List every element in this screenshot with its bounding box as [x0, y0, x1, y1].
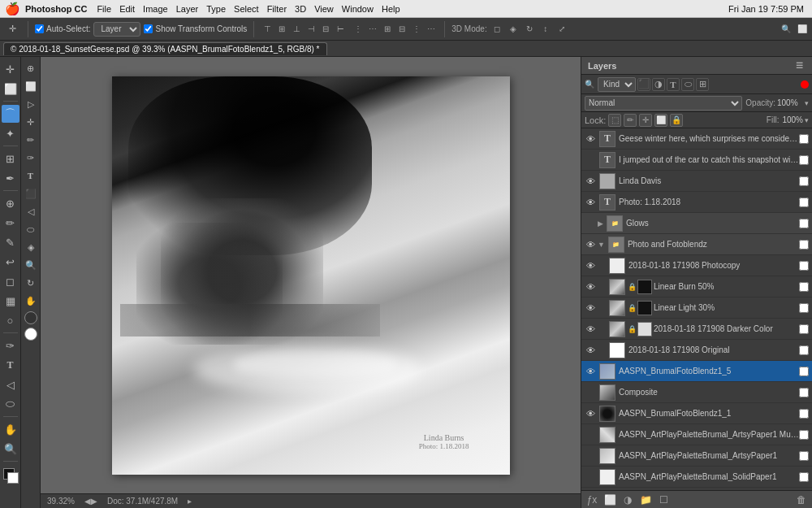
- healing-tool[interactable]: ⊕: [2, 194, 19, 212]
- type-tool[interactable]: T: [2, 356, 19, 374]
- align-bottom-edges[interactable]: ⊥: [290, 23, 303, 36]
- clone-tool[interactable]: ✎: [2, 233, 19, 251]
- layers-list[interactable]: 👁TGeese winter here, which surprises me …: [581, 128, 812, 490]
- zoom-tool[interactable]: 🔍: [2, 440, 19, 458]
- menu-window[interactable]: Window: [342, 4, 374, 14]
- hand-tool[interactable]: ✋: [2, 420, 19, 438]
- layer-row[interactable]: Composite: [581, 382, 812, 403]
- document-tab[interactable]: © 2018-01-18_SunsetGeese.psd @ 39.3% (AA…: [3, 42, 327, 55]
- brush-tool[interactable]: ✏: [2, 214, 19, 232]
- 3d-mode-btn4[interactable]: ↕: [539, 23, 552, 36]
- filter-kind-dropdown[interactable]: Kind: [598, 77, 636, 92]
- group-expand-arrow[interactable]: ▶: [598, 219, 603, 228]
- autoselect-dropdown[interactable]: Layer Group: [93, 22, 140, 37]
- distribute-top[interactable]: ⋮: [352, 23, 365, 36]
- layer-row[interactable]: AASPN_ArtPlayPaletteBrumal_SolidPaper1: [581, 467, 812, 488]
- filter-type-icon[interactable]: T: [667, 78, 680, 91]
- layer-select-checkbox[interactable]: [799, 282, 809, 292]
- subtool-shape[interactable]: ⬭: [23, 221, 39, 237]
- menu-layer[interactable]: Layer: [176, 4, 199, 14]
- canvas-scroll[interactable]: Linda Burns Photo: 1.18.2018: [41, 57, 581, 493]
- layer-visibility-toggle[interactable]: 👁: [583, 174, 598, 189]
- menu-filter[interactable]: Filter: [267, 4, 287, 14]
- menu-file[interactable]: File: [97, 4, 111, 14]
- layer-row[interactable]: 👁AASPN_BrumalFotoBlendz1_5: [581, 361, 812, 382]
- color-swatches[interactable]: [2, 467, 19, 484]
- layer-select-checkbox[interactable]: [799, 324, 809, 334]
- distribute-vertical[interactable]: ⊞: [381, 23, 394, 36]
- new-layer-btn[interactable]: ☐: [656, 493, 671, 507]
- layer-select-checkbox[interactable]: [799, 451, 809, 461]
- gradient-tool[interactable]: ▦: [2, 292, 19, 310]
- subtool-hand[interactable]: ✋: [23, 293, 39, 309]
- layer-row[interactable]: 👁AASPN_BrumalFotoBlendz1_1: [581, 403, 812, 424]
- new-fill-layer-btn[interactable]: ◑: [620, 493, 635, 507]
- layer-row[interactable]: ▶📁Glows: [581, 213, 812, 234]
- layer-visibility-toggle[interactable]: [583, 470, 598, 484]
- layer-row[interactable]: 👁2018-01-18 171908 Photocopy: [581, 255, 812, 276]
- menu-type[interactable]: Type: [206, 4, 226, 14]
- subtool-color1[interactable]: [24, 311, 37, 324]
- layer-visibility-toggle[interactable]: [583, 216, 598, 231]
- layer-row[interactable]: TI jumped out of the car to catch this s…: [581, 150, 812, 171]
- subtool-3d[interactable]: ◈: [23, 239, 39, 255]
- layer-select-checkbox[interactable]: [799, 472, 809, 482]
- lock-position-btn[interactable]: ✛: [639, 114, 652, 127]
- layer-select-checkbox[interactable]: [799, 367, 809, 376]
- subtool-color2[interactable]: [24, 328, 37, 341]
- distribute-right[interactable]: ⋯: [425, 23, 438, 36]
- layer-visibility-toggle[interactable]: [583, 385, 598, 400]
- 3d-mode-btn3[interactable]: ↻: [523, 23, 536, 36]
- filter-pixel-icon[interactable]: ⬛: [637, 78, 650, 91]
- add-layer-style-btn[interactable]: ƒx: [585, 493, 599, 507]
- subtool-rotate[interactable]: ↻: [23, 275, 39, 291]
- apple-menu[interactable]: 🍎: [5, 2, 20, 16]
- lock-transparent-btn[interactable]: ⬚: [608, 114, 621, 127]
- workspace-btn[interactable]: ⬜: [796, 23, 809, 36]
- menu-view[interactable]: View: [314, 4, 334, 14]
- layer-visibility-toggle[interactable]: 👁: [583, 258, 598, 273]
- align-top-edges[interactable]: ⊤: [261, 23, 274, 36]
- layer-row[interactable]: 👁🔒Linear Light 30%: [581, 297, 812, 319]
- layer-visibility-toggle[interactable]: [583, 428, 598, 442]
- layer-visibility-toggle[interactable]: 👁: [583, 237, 598, 252]
- menu-image[interactable]: Image: [143, 4, 168, 14]
- blend-mode-dropdown[interactable]: Normal Multiply Screen Overlay Linear Bu…: [585, 96, 742, 111]
- filter-smart-icon[interactable]: ⊞: [696, 78, 709, 91]
- menu-3d[interactable]: 3D: [295, 4, 306, 14]
- delete-layer-btn[interactable]: 🗑: [794, 493, 809, 507]
- add-mask-btn[interactable]: ⬜: [603, 493, 617, 507]
- subtool-2[interactable]: ⬜: [23, 78, 39, 94]
- 3d-mode-btn5[interactable]: ⤢: [555, 23, 568, 36]
- subtool-1[interactable]: ⊕: [23, 60, 39, 76]
- fill-chevron[interactable]: ▾: [805, 116, 809, 124]
- menu-edit[interactable]: Edit: [119, 4, 135, 14]
- layers-panel-menu[interactable]: ☰: [793, 59, 806, 72]
- layer-select-checkbox[interactable]: [799, 409, 809, 419]
- align-left-edges[interactable]: ⊣: [304, 23, 317, 36]
- shape-tool[interactable]: ⬭: [2, 395, 19, 413]
- layer-select-checkbox[interactable]: [799, 198, 809, 207]
- crop-tool[interactable]: ⊞: [2, 150, 19, 167]
- layer-select-checkbox[interactable]: [799, 345, 809, 355]
- pen-tool[interactable]: ✑: [2, 336, 19, 354]
- layer-row[interactable]: 👁TGeese winter here, which surprises me …: [581, 128, 812, 150]
- new-group-btn[interactable]: 📁: [638, 493, 653, 507]
- autoselect-checkbox[interactable]: [35, 24, 44, 33]
- layer-visibility-toggle[interactable]: [583, 449, 598, 463]
- align-horizontal-centers[interactable]: ⊟: [319, 23, 332, 36]
- distribute-bottom[interactable]: ⋮: [410, 23, 423, 36]
- distribute-horizontal[interactable]: ⊟: [395, 23, 408, 36]
- layer-visibility-toggle[interactable]: 👁: [583, 132, 598, 146]
- layer-select-checkbox[interactable]: [799, 155, 809, 165]
- distribute-left[interactable]: ⋯: [366, 23, 379, 36]
- search-btn[interactable]: 🔍: [780, 23, 793, 36]
- layer-visibility-toggle[interactable]: 👁: [583, 280, 598, 294]
- show-transform-checkbox[interactable]: [144, 24, 153, 33]
- layer-visibility-toggle[interactable]: 👁: [583, 195, 598, 210]
- subtool-mask[interactable]: ⬛: [23, 185, 39, 202]
- layer-row[interactable]: AASPN_ArtPlayPaletteBrumal_ArtsyPaper1 M…: [581, 424, 812, 445]
- filter-shape-icon[interactable]: ⬭: [681, 78, 694, 91]
- layer-row[interactable]: 👁🔒Linear Burn 50%: [581, 276, 812, 297]
- layer-row[interactable]: 👁TPhoto: 1.18.2018: [581, 192, 812, 213]
